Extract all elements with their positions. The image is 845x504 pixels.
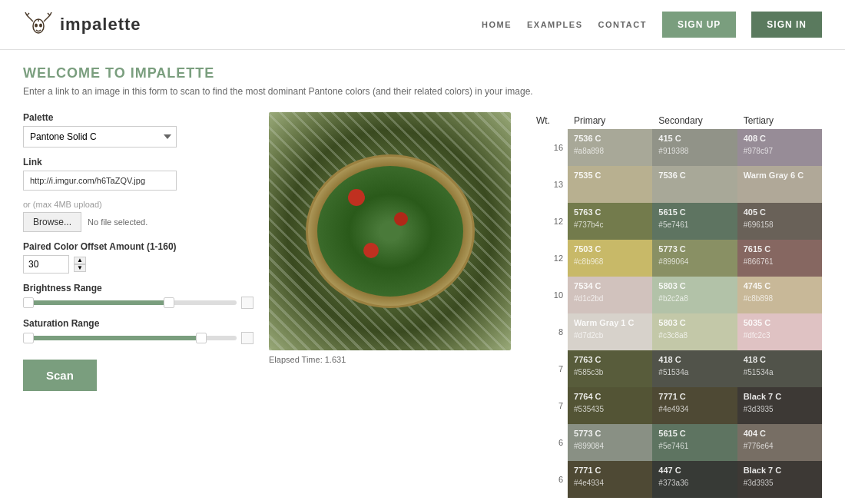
link-group: Link <box>23 157 254 191</box>
saturation-track[interactable] <box>23 336 237 340</box>
tertiary-hex: #c8b898 <box>744 294 773 303</box>
primary-cell: 5763 C#737b4c <box>568 203 652 240</box>
tertiary-cell: 405 C#696158 <box>737 203 822 240</box>
col-header-secondary: Secondary <box>652 112 737 129</box>
secondary-cell: 5803 C#c3c8a8 <box>652 313 737 350</box>
offset-input[interactable] <box>23 255 69 274</box>
secondary-hex: #899064 <box>658 257 688 266</box>
secondary-name: 5803 C <box>658 318 731 327</box>
link-label: Link <box>23 157 254 167</box>
spinner-down[interactable]: ▼ <box>74 264 86 272</box>
tomato-1 <box>348 189 365 206</box>
secondary-name: 5615 C <box>658 207 731 217</box>
secondary-hex: #919388 <box>658 147 688 155</box>
wt-cell: 6 <box>530 424 568 461</box>
secondary-hex: #c3c8a8 <box>658 331 688 340</box>
secondary-name: 7771 C <box>658 392 731 401</box>
tertiary-hex: #866761 <box>744 257 774 266</box>
tertiary-hex: #51534a <box>744 368 774 376</box>
table-row: 77764 C#5354357771 C#4e4934Black 7 C#3d3… <box>530 387 822 424</box>
tertiary-name: Black 7 C <box>744 392 816 401</box>
brightness-track[interactable] <box>23 300 237 305</box>
secondary-cell: 5615 C#5e7461 <box>652 424 737 461</box>
primary-name: 7771 C <box>574 466 646 475</box>
primary-name: 5763 C <box>574 207 646 217</box>
svg-line-1 <box>27 15 33 22</box>
offset-spinner: ▲ ▼ <box>74 257 86 272</box>
spinner-up[interactable]: ▲ <box>74 257 86 264</box>
svg-point-8 <box>39 24 42 28</box>
primary-cell: Warm Gray 1 C#d7d2cb <box>568 313 652 350</box>
offset-label: Paired Color Offset Amount (1-160) <box>23 241 254 252</box>
wt-cell: 12 <box>530 240 568 277</box>
primary-cell: 7534 C#d1c2bd <box>568 277 652 313</box>
saturation-range-row <box>23 332 254 344</box>
upload-hint: or (max 4MB upload) <box>23 200 254 209</box>
primary-name: 7503 C <box>574 244 646 254</box>
color-table: Wt. Primary Secondary Tertiary 167536 C#… <box>530 112 822 498</box>
secondary-hex: #b2c2a8 <box>658 294 688 303</box>
svg-point-7 <box>35 24 38 28</box>
palette-group: Palette Pantone Solid C <box>23 112 254 148</box>
file-upload-row: Browse... No file selected. <box>23 212 254 232</box>
tertiary-name: 5035 C <box>744 318 816 327</box>
scan-button[interactable]: Scan <box>23 360 97 391</box>
signup-button[interactable]: SIGN UP <box>662 12 736 38</box>
tertiary-name: 405 C <box>744 207 816 217</box>
primary-hex: #4e4934 <box>574 479 604 487</box>
tertiary-name: Warm Gray 6 C <box>744 171 816 180</box>
nav-home[interactable]: HOME <box>482 20 512 29</box>
primary-hex: #535435 <box>574 405 604 413</box>
col-header-wt: Wt. <box>530 112 568 129</box>
nav-examples[interactable]: EXAMPLES <box>527 20 583 29</box>
primary-name: Warm Gray 1 C <box>574 318 646 327</box>
saturation-label: Saturation Range <box>23 318 254 329</box>
tertiary-cell: 408 C#978c97 <box>737 129 822 166</box>
browse-button[interactable]: Browse... <box>23 212 81 232</box>
file-name: No file selected. <box>88 217 147 227</box>
left-panel: Palette Pantone Solid C Link or (max 4MB… <box>23 112 254 498</box>
wt-cell: 6 <box>530 461 568 498</box>
secondary-hex: #5e7461 <box>658 220 688 229</box>
primary-name: 7535 C <box>574 171 646 180</box>
primary-cell: 7535 C <box>568 166 652 203</box>
table-row: 77763 C#585c3b418 C#51534a418 C#51534a <box>530 350 822 387</box>
content-area: Palette Pantone Solid C Link or (max 4MB… <box>23 112 822 498</box>
signin-button[interactable]: SIGN IN <box>751 12 822 38</box>
primary-cell: 7536 C#a8a898 <box>568 129 652 166</box>
primary-name: 7534 C <box>574 281 646 290</box>
tertiary-cell: 4745 C#c8b898 <box>737 277 822 313</box>
center-panel: Elapsed Time: 1.631 <box>269 112 515 498</box>
primary-cell: 7771 C#4e4934 <box>568 461 652 498</box>
wt-cell: 7 <box>530 350 568 387</box>
logo-text: impalette <box>60 15 141 35</box>
table-row: 65773 C#8990845615 C#5e7461404 C#776e64 <box>530 424 822 461</box>
tertiary-cell: Warm Gray 6 C <box>737 166 822 203</box>
secondary-name: 5615 C <box>658 429 731 438</box>
secondary-hex: #373a36 <box>658 479 688 487</box>
tertiary-hex: #978c97 <box>744 147 773 155</box>
brightness-group: Brightness Range <box>23 283 254 309</box>
secondary-cell: 415 C#919388 <box>652 129 737 166</box>
elapsed-time: Elapsed Time: 1.631 <box>269 355 515 364</box>
link-input[interactable] <box>23 171 177 191</box>
table-row: 125763 C#737b4c5615 C#5e7461405 C#696158 <box>530 203 822 240</box>
primary-name: 7764 C <box>574 392 646 401</box>
tertiary-hex: #dfc2c3 <box>744 331 770 340</box>
tomato-3 <box>363 243 379 258</box>
food-image <box>269 112 511 350</box>
tertiary-hex: #3d3935 <box>744 405 774 413</box>
palette-select[interactable]: Pantone Solid C <box>23 126 177 148</box>
header: impalette HOME EXAMPLES CONTACT SIGN UP … <box>0 0 845 50</box>
saturation-max-indicator <box>241 332 254 344</box>
secondary-cell: 5803 C#b2c2a8 <box>652 277 737 313</box>
page-title: WELCOME TO IMPALETTE <box>23 65 822 81</box>
nav-contact[interactable]: CONTACT <box>598 20 647 29</box>
tertiary-name: 418 C <box>744 355 816 364</box>
page-subtitle: Enter a link to an image in this form to… <box>23 86 822 97</box>
tertiary-hex: #696158 <box>744 220 774 229</box>
svg-line-3 <box>27 13 29 15</box>
right-panel: Wt. Primary Secondary Tertiary 167536 C#… <box>530 112 822 498</box>
tertiary-name: 7615 C <box>744 244 816 254</box>
table-header-row: Wt. Primary Secondary Tertiary <box>530 112 822 129</box>
